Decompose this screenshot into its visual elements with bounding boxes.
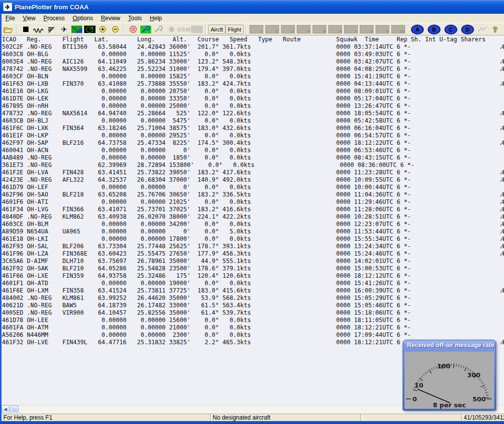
table-row[interactable]: 467895 OH-nRH 0.00000 0.00000 25000' 0.0… (2, 102, 504, 110)
toolbar-separator (205, 25, 206, 34)
chart-button-a[interactable]: A (411, 25, 424, 34)
table-row[interactable]: A56206 N446MM 0.00000 0.00000 2300' 0.0°… (2, 331, 504, 339)
wrench-config-icon[interactable] (153, 24, 164, 35)
menu-item-options[interactable]: Options (69, 14, 97, 22)
record-target-icon[interactable] (127, 24, 139, 35)
menu-item-tools[interactable]: Tools (124, 14, 146, 22)
open-folder-icon[interactable] (2, 24, 14, 35)
sharer-partial-text: A (500, 43, 504, 51)
table-row[interactable]: 4603C8 OH-BLG 0.00000 0.00000 11525' 0.0… (2, 51, 504, 58)
table-row[interactable]: 461D78 OH-LEE 0.00000 0.00000 15600' 0.0… (2, 317, 504, 324)
table-row[interactable]: 461D79 OH-LEF 0.00000 0.00000 0' 0.0° 0.… (2, 184, 504, 191)
table-row[interactable]: 361E73 .NO-REG 62.39969 28.72894 153800'… (2, 162, 504, 169)
table-row[interactable]: 461F6E OH-LXM FIN358 63.41524 25.73811 3… (2, 287, 504, 294)
menu-item-view[interactable]: View (19, 14, 39, 22)
table-row[interactable]: 42423E .NO-REG AFL322 64.32537 26.68304 … (2, 176, 504, 184)
table-row[interactable]: 4840DF .NO-REG KLM862 63.40938 26.02070 … (2, 213, 504, 221)
gauge-dial: 010100300500 8 per sec (405, 352, 494, 409)
preset-button-3[interactable]: 3 (281, 25, 295, 33)
table-row[interactable]: 502C2F .NO-REG BTI1360 63.58044 24.42843… (2, 43, 504, 51)
status-help-text: For Help, press F1 (1, 414, 212, 422)
table-row[interactable]: 478732 .NO-REG NAX5614 64.94740 25.28664… (2, 110, 504, 117)
table-row[interactable]: 478742 .NO-REG NAX5599 63.46225 25.52234… (2, 65, 504, 73)
status-counters: 41/105293/3412 (461, 414, 504, 422)
status-empty-panel (360, 414, 464, 422)
flight-button[interactable]: Flight (225, 25, 244, 34)
radar-icon[interactable] (84, 24, 95, 35)
table-row[interactable]: 461E1F OH-LKP 0.00000 0.00000 29525' 0.0… (2, 132, 504, 139)
table-row[interactable]: 3C65A6 D-AIMF DLH710 63.75697 26.78961 3… (2, 258, 504, 265)
table-row[interactable]: 40621D .NO-REG BAW5 64.18739 26.17482 33… (2, 302, 504, 309)
table-row[interactable]: 4005ED .NO-REG VIR900 64.10457 25.82556 … (2, 309, 504, 317)
circle-icon[interactable] (165, 24, 177, 35)
preset-button-1[interactable]: 1 (250, 25, 263, 33)
aircft-button[interactable]: Aircft (208, 25, 225, 34)
sharer-partial-text: A (500, 221, 504, 228)
toolbar-separator (124, 25, 125, 34)
scroll-left-arrow[interactable]: ◀ (1, 405, 9, 413)
aircraft-icon[interactable]: ✈ (58, 24, 70, 35)
table-row[interactable]: 462F97 OH-SAP BLF216 64.73758 25.47334 8… (2, 139, 504, 147)
zoom-in-icon[interactable] (96, 24, 108, 35)
table-row[interactable]: 461F66 OH-LXE FIN359 64.93758 25.32486 1… (2, 272, 504, 280)
signal-levels-icon[interactable] (45, 24, 57, 35)
table-row[interactable]: 462F96 OH-SAO BLF218 63.65208 25.76706 3… (2, 191, 504, 198)
table-row[interactable]: A89D59 N654UA UA965 0.00000 0.00000 0' 0… (2, 228, 504, 235)
menu-item-help[interactable]: Help (146, 14, 166, 22)
chart-button-c[interactable]: C (444, 25, 457, 34)
table-row[interactable]: 461E16 OH-LKG 0.00000 0.00000 20750' 0.0… (2, 88, 504, 95)
table-row[interactable]: 4601FA OH-ATM 0.00000 0.00000 21000' 0.0… (2, 324, 504, 331)
table-row[interactable]: 8003E4 .NO-REG AIC126 64.11049 25.86234 … (2, 58, 504, 65)
waveform-icon[interactable] (32, 24, 44, 35)
sharer-partial-text: A (500, 339, 504, 346)
preset-button-2[interactable]: 2 (265, 25, 279, 33)
table-row[interactable]: 4603CE OH-BLM 0.00000 0.00000 34200' 0.0… (2, 221, 504, 228)
table-row[interactable]: 461D7E OH-LEK 0.00000 0.00000 33350' 0.0… (2, 95, 504, 102)
table-row[interactable]: 461F96 OH-LZA FIN368E 63.60423 25.55475 … (2, 250, 504, 258)
table-row[interactable]: 4AB489 .NO-REG 0.00000 0.00000 1850' 0.0… (2, 154, 504, 162)
map-icon[interactable] (71, 24, 83, 35)
chart-button-b[interactable]: B (428, 25, 441, 34)
blank-button[interactable] (191, 24, 203, 35)
wrench-icon[interactable] (140, 24, 152, 35)
menu-item-file[interactable]: File (1, 14, 19, 22)
sharer-partial-text: A (500, 191, 504, 198)
table-row[interactable]: 462F92 OH-SAK BLF210 64.05286 25.54828 2… (2, 265, 504, 272)
table-row[interactable]: 4603CF OH-BLN 0.00000 0.00000 15825' 0.0… (2, 73, 504, 80)
table-row[interactable]: 4601F1 OH-ATD 0.00000 0.00000 19000' 0.0… (2, 280, 504, 287)
svg-text:300: 300 (467, 371, 480, 379)
help-icon[interactable]: ? (489, 24, 501, 35)
preset-button-4[interactable]: 4 (297, 25, 311, 33)
app-plane-icon: ✈ (3, 2, 12, 11)
osm-button[interactable]: OSM (178, 24, 190, 35)
table-row[interactable]: 461F34 OH-LVG FIN366 63.41071 25.73701 3… (2, 206, 504, 213)
preset-button-5[interactable]: 5 (313, 25, 326, 33)
table-row[interactable]: 484002 .NO-REG KLM861 63.99252 26.44620 … (2, 294, 504, 302)
table-row[interactable]: 460041 OH-ACN 0.00000 0.00000 0' 0.0° 0.… (2, 147, 504, 154)
sharer-partial-text: A (500, 169, 504, 176)
preset-button-10[interactable]: 10 (391, 25, 405, 33)
title-bar[interactable]: ✈ PlanePlotter from COAA (0, 0, 504, 14)
preset-button-7[interactable]: 7 (344, 25, 358, 33)
table-row[interactable]: 4601F6 OH-ATI 0.00000 0.00000 21025' 0.0… (2, 198, 504, 206)
preset-button-8[interactable]: 8 (360, 25, 374, 33)
table-row[interactable]: 4603CB OH-BLJ 0.00000 0.00000 5475' 0.0°… (2, 117, 504, 125)
table-row[interactable]: 461F6C OH-LXK FIN364 63.18246 25.71004 3… (2, 125, 504, 132)
stop-icon[interactable] (20, 24, 32, 35)
menu-item-review[interactable]: Review (97, 14, 124, 22)
table-row[interactable]: 461E18 OH-LKI 0.00000 0.00000 17800' 0.0… (2, 235, 504, 243)
preset-button-9[interactable]: 9 (376, 25, 389, 33)
scrollbar-thumb[interactable] (10, 405, 19, 413)
chart-line-icon[interactable] (476, 24, 488, 35)
table-row[interactable]: 461F2E OH-LVA FIN428 63.41451 25.73822 3… (2, 169, 504, 176)
zoom-out-icon[interactable] (109, 24, 121, 35)
numbered-button-group: 12345678910 (249, 25, 406, 33)
preset-button-6[interactable]: 6 (328, 25, 342, 33)
table-row[interactable]: 461F63 OH-LXB FIN370 63.41080 25.73888 3… (2, 80, 504, 88)
chart-button-d[interactable]: D (461, 25, 474, 34)
context-help-icon[interactable]: ? (502, 24, 504, 35)
menu-item-process[interactable]: Process (39, 14, 68, 22)
table-row[interactable]: 462F93 OH-SAL BLF206 63.73304 25.77448 2… (2, 243, 504, 250)
status-designated-aircraft: No designated aircraft (210, 414, 363, 422)
gauge-title-bar[interactable]: Received off-air message rate (403, 340, 496, 352)
